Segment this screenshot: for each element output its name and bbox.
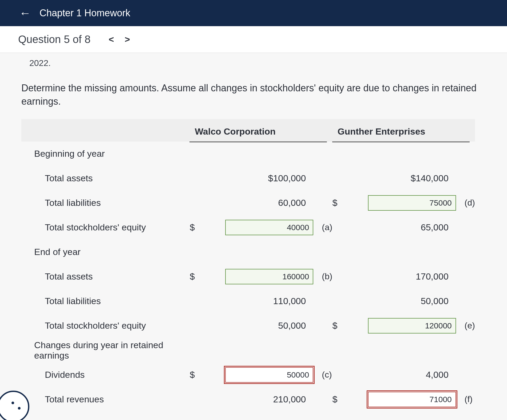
input-end-se-gunther[interactable] [368, 318, 456, 333]
value-text: 60,000 [249, 198, 313, 208]
value-text: 210,000 [249, 394, 313, 405]
question-bar: Question 5 of 8 < > [0, 26, 507, 53]
value-text: 50,000 [249, 320, 313, 331]
dollar-sign: $ [190, 271, 200, 282]
value-text: 4,000 [392, 370, 456, 380]
row-begin-total-liabilities: Total liabilities 60,000 $ (d) [21, 191, 475, 215]
row-begin-total-assets: Total assets $100,000 $140,000 [21, 166, 475, 191]
answer-letter: (b) [318, 272, 332, 281]
top-bar: ← Chapter 1 Homework [0, 0, 507, 26]
row-end-total-assets: Total assets $ (b) 170,000 [21, 264, 475, 289]
row-label: Total revenues [21, 394, 190, 405]
table-header: Walco Corporation Gunther Enterprises [21, 119, 475, 142]
value-text: 110,000 [249, 296, 313, 306]
column-header-gunther: Gunther Enterprises [332, 126, 470, 142]
dollar-sign: $ [332, 394, 343, 405]
row-label: Total liabilities [21, 198, 190, 208]
section-label: End of year [21, 247, 200, 257]
row-label: Total liabilities [21, 296, 190, 306]
section-label: Changes during year in retained earnings [21, 340, 200, 361]
row-label: Dividends [21, 370, 190, 380]
content-area: 2022. Determine the missing amounts. Ass… [0, 58, 507, 420]
row-total-revenues: Total revenues 210,000 $ (f) [21, 387, 475, 412]
question-progress-label: Question 5 of 8 [18, 33, 90, 45]
row-end-total-liabilities: Total liabilities 110,000 50,000 [21, 289, 475, 313]
input-begin-se-walco[interactable] [225, 220, 313, 235]
input-begin-liab-gunther[interactable] [368, 195, 456, 211]
row-begin-stockholders-equity: Total stockholders' equity $ (a) 65,000 [21, 215, 475, 240]
value-text: 170,000 [392, 271, 456, 282]
row-label: Total expenses [21, 419, 190, 420]
value-text: 50,000 [392, 296, 456, 306]
assignment-title: Chapter 1 Homework [39, 7, 130, 19]
answer-letter: (c) [318, 370, 332, 380]
row-label: Total stockholders' equity [21, 320, 190, 331]
back-arrow-icon[interactable]: ← [19, 7, 31, 19]
value-text: $140,000 [392, 173, 456, 183]
column-header-walco: Walco Corporation [189, 126, 327, 142]
value-text: 160,000 [249, 419, 313, 420]
answer-letter: (a) [318, 222, 332, 232]
next-question-button[interactable]: > [119, 32, 135, 47]
input-end-assets-walco[interactable] [225, 269, 313, 284]
answer-letter: (f) [461, 394, 475, 404]
value-text: $100,000 [249, 173, 313, 183]
value-text: 75,000 [392, 419, 456, 420]
input-revenues-gunther[interactable] [368, 392, 456, 407]
row-label: Total assets [21, 173, 190, 183]
dollar-sign: $ [332, 320, 343, 331]
input-dividends-walco[interactable] [225, 367, 313, 383]
row-label: Total assets [21, 271, 190, 282]
dollar-sign: $ [332, 198, 343, 208]
section-end: End of year [21, 240, 475, 264]
prev-question-button[interactable]: < [103, 32, 119, 47]
answer-letter: (e) [461, 321, 475, 331]
dollar-sign: $ [190, 370, 200, 380]
section-beginning: Beginning of year [21, 142, 475, 166]
amounts-table: Walco Corporation Gunther Enterprises Be… [21, 119, 475, 420]
row-dividends: Dividends $ (c) 4,000 [21, 363, 475, 387]
row-label: Total stockholders' equity [21, 222, 190, 233]
section-label: Beginning of year [21, 148, 200, 159]
section-changes: Changes during year in retained earnings [21, 338, 475, 363]
instructions-text: Determine the missing amounts. Assume al… [21, 81, 486, 108]
dollar-sign: $ [190, 222, 200, 233]
answer-letter: (d) [461, 198, 475, 208]
value-text: 65,000 [392, 222, 456, 233]
row-end-stockholders-equity: Total stockholders' equity 50,000 $ (e) [21, 313, 475, 338]
cutoff-year-text: 2022. [29, 58, 486, 68]
row-total-expenses: Total expenses 160,000 75,000 [21, 412, 475, 420]
